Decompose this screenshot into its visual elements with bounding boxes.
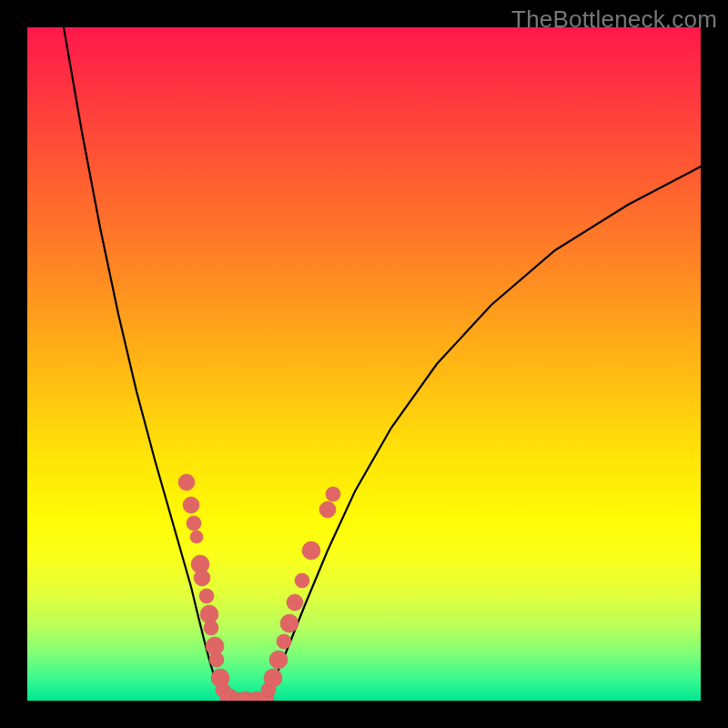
data-dot [302, 541, 320, 560]
data-dot [287, 594, 303, 611]
data-dot [269, 651, 288, 669]
chart-canvas: TheBottleneck.com [0, 0, 728, 728]
data-dot [280, 614, 298, 632]
data-dot [264, 669, 282, 687]
data-dot [277, 634, 291, 649]
data-dot [209, 652, 224, 667]
curve-layer [27, 27, 701, 701]
data-dot [194, 570, 210, 586]
data-dot [295, 573, 309, 588]
curve-right-branch [264, 167, 701, 699]
data-dot [319, 501, 336, 518]
data-dot [187, 516, 201, 531]
data-dot [183, 497, 199, 513]
data-dot [204, 621, 218, 635]
data-dot [190, 531, 203, 543]
data-dot [178, 474, 195, 490]
plot-area [27, 27, 701, 701]
data-dots-group [178, 474, 340, 701]
data-dot [326, 487, 340, 501]
data-dot [199, 589, 214, 603]
